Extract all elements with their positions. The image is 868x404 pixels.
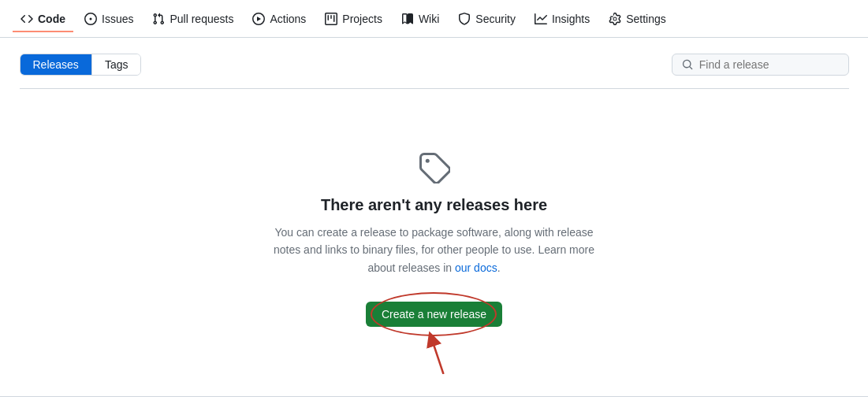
actions-icon <box>252 13 265 25</box>
tag-icon <box>419 152 450 183</box>
search-input[interactable] <box>699 58 839 71</box>
nav-item-wiki[interactable]: Wiki <box>393 6 447 32</box>
nav-item-code[interactable]: Code <box>13 6 73 32</box>
nav-item-pr-label: Pull requests <box>170 13 233 25</box>
empty-desc-text1: You can create a release to package soft… <box>274 226 594 274</box>
svg-line-1 <box>432 339 444 374</box>
nav-item-settings-label: Settings <box>626 13 666 25</box>
nav-item-code-label: Code <box>38 13 65 25</box>
projects-icon <box>325 13 337 25</box>
nav-item-settings[interactable]: Settings <box>601 6 674 32</box>
release-search-box[interactable] <box>672 54 849 76</box>
nav-item-projects-label: Projects <box>342 13 382 25</box>
nav-item-actions-label: Actions <box>270 13 306 25</box>
insights-icon <box>535 13 547 25</box>
empty-description: You can create a release to package soft… <box>261 224 608 276</box>
nav-item-security[interactable]: Security <box>450 6 523 32</box>
nav-item-wiki-label: Wiki <box>419 13 439 25</box>
nav-item-pull-requests[interactable]: Pull requests <box>144 6 241 32</box>
annotation-arrow <box>420 331 460 374</box>
releases-tabs: Releases Tags <box>20 54 142 76</box>
security-icon <box>458 13 471 25</box>
main-content: Releases Tags There aren't any releases … <box>1 38 868 396</box>
nav-item-issues-label: Issues <box>102 13 133 25</box>
settings-icon <box>609 13 621 25</box>
nav-item-insights[interactable]: Insights <box>527 6 598 32</box>
content-divider <box>20 88 849 89</box>
releases-tab[interactable]: Releases <box>20 54 92 75</box>
nav-item-security-label: Security <box>475 13 516 25</box>
tags-tab[interactable]: Tags <box>92 54 141 75</box>
wiki-icon <box>401 13 414 25</box>
create-release-button[interactable]: Create a new release <box>366 302 502 327</box>
page-footer: © 2024 GitHub, Inc. Terms Privacy Securi… <box>0 396 868 404</box>
nav-item-projects[interactable]: Projects <box>317 6 390 32</box>
tab-bar: Releases Tags <box>20 54 849 76</box>
nav-item-insights-label: Insights <box>552 13 590 25</box>
empty-desc-end: . <box>497 261 501 274</box>
empty-state: There aren't any releases here You can c… <box>20 120 849 380</box>
create-button-wrapper: Create a new release <box>350 295 518 333</box>
pr-icon <box>152 13 165 25</box>
svg-point-0 <box>425 159 429 163</box>
top-nav: Code Issues Pull requests Actions Projec… <box>0 0 868 38</box>
docs-link[interactable]: our docs <box>455 261 497 274</box>
code-icon <box>20 13 33 25</box>
empty-title: There aren't any releases here <box>321 196 547 214</box>
nav-item-actions[interactable]: Actions <box>244 6 314 32</box>
nav-item-issues[interactable]: Issues <box>76 6 141 32</box>
issue-icon <box>84 13 97 25</box>
search-icon <box>682 58 693 71</box>
